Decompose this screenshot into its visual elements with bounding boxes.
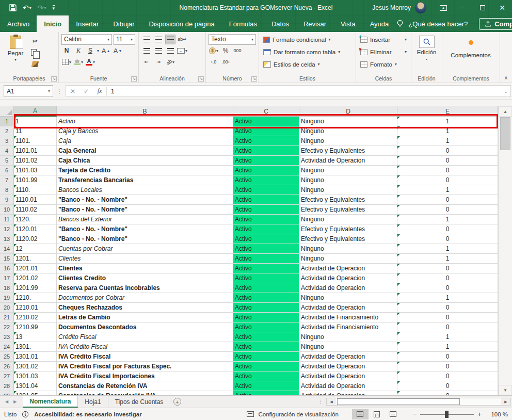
cell-B22[interactable]: Documentos Descontados <box>57 322 233 332</box>
cell-A29[interactable]: 1301.05 <box>14 391 57 395</box>
cell-E22[interactable]: 0 <box>397 322 498 332</box>
cell-A22[interactable]: 1210.99 <box>14 322 57 332</box>
row-header-18[interactable]: 18 <box>0 283 14 293</box>
cell-C25[interactable]: Activo <box>233 352 299 362</box>
zoom-out-button[interactable]: − <box>413 410 417 418</box>
font-color-button[interactable]: A▾ <box>85 57 95 67</box>
paste-button[interactable]: Pegar ▾ <box>3 34 28 74</box>
cell-D15[interactable]: Ninguno <box>299 254 397 264</box>
row-header-16[interactable]: 16 <box>0 264 14 273</box>
row-header-20[interactable]: 20 <box>0 303 14 313</box>
row-header-14[interactable]: 14 <box>0 244 14 254</box>
merge-center-button[interactable]: ↔▾ <box>177 46 187 56</box>
cell-D11[interactable]: Ninguno <box>299 215 397 224</box>
row-header-25[interactable]: 25 <box>0 352 14 362</box>
cell-E15[interactable]: 1 <box>397 254 498 264</box>
cell-E19[interactable]: 1 <box>397 293 498 303</box>
cell-E24[interactable]: 1 <box>397 342 498 352</box>
scroll-up-button[interactable]: ▲ <box>499 106 512 117</box>
cell-E7[interactable]: 0 <box>397 175 498 185</box>
name-box[interactable]: A1▾ <box>4 85 53 97</box>
row-header-8[interactable]: 8 <box>0 185 14 195</box>
cell-B20[interactable]: Cheques Rechazados <box>57 303 233 313</box>
cell-D3[interactable]: Ninguno <box>299 136 397 146</box>
cell-E4[interactable]: 0 <box>397 146 498 156</box>
page-break-view-button[interactable] <box>385 409 402 419</box>
comma-style-button[interactable]: 000 <box>232 46 243 56</box>
cell-E26[interactable]: 0 <box>397 362 498 371</box>
column-header-B[interactable]: B <box>57 106 233 117</box>
normal-view-button[interactable] <box>352 409 369 419</box>
cell-C20[interactable]: Activo <box>233 303 299 313</box>
cell-A10[interactable]: 1110.02 <box>14 205 57 215</box>
row-header-12[interactable]: 12 <box>0 224 14 234</box>
align-center-button[interactable] <box>153 46 164 56</box>
orientation-button[interactable]: ab▾ <box>165 57 175 67</box>
cell-A27[interactable]: 1301.03 <box>14 371 57 381</box>
zoom-percentage[interactable]: 100 % <box>485 411 508 417</box>
underline-dropdown[interactable]: ▾ <box>97 49 99 53</box>
cell-A17[interactable]: 1201.02 <box>14 273 57 283</box>
decrease-indent-button[interactable]: ⇤ <box>141 57 152 67</box>
row-header-1[interactable]: 1 <box>0 117 14 126</box>
cell-D17[interactable]: Actividad de Operacion <box>299 273 397 283</box>
page-layout-view-button[interactable] <box>369 409 385 419</box>
tab-insertar[interactable]: Insertar <box>69 15 106 32</box>
row-header-2[interactable]: 2 <box>0 126 14 136</box>
tab-formulas[interactable]: Fórmulas <box>222 15 264 32</box>
cell-E10[interactable]: 0 <box>397 205 498 215</box>
cell-D4[interactable]: Efectivo y Equivalentes <box>299 146 397 156</box>
cell-C10[interactable]: Activo <box>233 205 299 215</box>
italic-button[interactable]: K <box>73 46 84 56</box>
formula-input[interactable]: 1 <box>107 88 115 95</box>
tell-me-search[interactable]: ¿Qué desea hacer? <box>408 20 468 28</box>
cell-E2[interactable]: 1 <box>397 126 498 136</box>
row-header-19[interactable]: 19 <box>0 293 14 303</box>
accessibility-status[interactable]: Accesibilidad: es necesario investigar <box>34 411 141 417</box>
cell-D6[interactable]: Ninguno <box>299 166 397 175</box>
cell-A3[interactable]: 1101. <box>14 136 57 146</box>
vertical-scroll-thumb[interactable] <box>500 117 510 150</box>
sheet-tab-nomenclatura[interactable]: Nomenclatura <box>23 396 78 408</box>
new-sheet-button[interactable]: + <box>170 396 184 408</box>
percent-style-button[interactable]: % <box>220 46 231 56</box>
cell-D23[interactable]: Ninguno <box>299 332 397 342</box>
cell-E16[interactable]: 0 <box>397 264 498 273</box>
underline-button[interactable]: S <box>85 46 95 56</box>
increase-indent-button[interactable]: ⇥ <box>153 57 164 67</box>
delete-cells-button[interactable]: Eliminar ▾ <box>359 46 408 57</box>
cell-E12[interactable]: 0 <box>397 224 498 234</box>
tab-vista[interactable]: Vista <box>333 15 363 32</box>
cell-B26[interactable]: IVA Crédito Fiscal por Facturas Espec. <box>57 362 233 371</box>
zoom-slider[interactable] <box>420 414 474 415</box>
tab-disposicion-de-pagina[interactable]: Disposición de página <box>142 15 222 32</box>
cell-E9[interactable]: 0 <box>397 195 498 205</box>
cell-C15[interactable]: Activo <box>233 254 299 264</box>
cell-E18[interactable]: 0 <box>397 283 498 293</box>
row-header-6[interactable]: 6 <box>0 166 14 175</box>
vertical-scrollbar[interactable]: ▲ ▼ <box>498 106 512 395</box>
tab-archivo[interactable]: Archivo <box>0 15 37 32</box>
row-header-7[interactable]: 7 <box>0 175 14 185</box>
cell-E1[interactable]: 1 <box>397 117 498 126</box>
cell-B23[interactable]: Crédito Fiscal <box>57 332 233 342</box>
cell-B12[interactable]: "Banco - No. - Nombre" <box>57 224 233 234</box>
cell-C18[interactable]: Activo <box>233 283 299 293</box>
cell-D16[interactable]: Actividad de Operacion <box>299 264 397 273</box>
cell-B25[interactable]: IVA Crédito Fiscal <box>57 352 233 362</box>
cell-C19[interactable]: Activo <box>233 293 299 303</box>
cell-D19[interactable]: Ninguno <box>299 293 397 303</box>
cell-D1[interactable]: Ninguno <box>299 117 397 126</box>
row-header-5[interactable]: 5 <box>0 156 14 166</box>
cell-E25[interactable]: 0 <box>397 352 498 362</box>
cell-D29[interactable]: Actividad de Operacion <box>299 391 397 395</box>
increase-font-size-button[interactable]: A▲ <box>101 46 111 56</box>
cell-C1[interactable]: Activo <box>233 117 299 126</box>
row-header-15[interactable]: 15 <box>0 254 14 264</box>
cell-D7[interactable]: Ninguno <box>299 175 397 185</box>
tab-revisar[interactable]: Revisar <box>296 15 333 32</box>
align-right-button[interactable] <box>165 46 175 56</box>
cell-A23[interactable]: 13 <box>14 332 57 342</box>
insert-function-button[interactable]: fx <box>93 87 106 95</box>
zoom-slider-thumb[interactable] <box>445 411 449 418</box>
